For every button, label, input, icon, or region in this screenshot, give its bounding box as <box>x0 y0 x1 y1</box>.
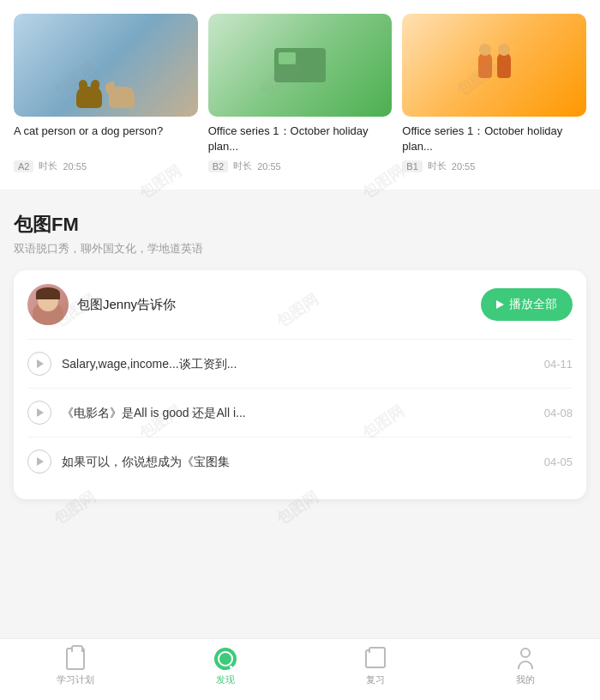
nav-item-review[interactable]: 复习 <box>300 648 450 691</box>
fm-section-title: 包图FM <box>14 212 586 238</box>
card-duration-cat: 20:55 <box>63 161 87 172</box>
card-duration-label-office2: 时长 <box>428 160 447 172</box>
card-level-office2: B1 <box>402 160 422 172</box>
cat-icon <box>76 87 102 108</box>
avatar-hair <box>36 287 60 299</box>
card-title-office2: Office series 1：October holiday plan... <box>402 124 586 154</box>
discover-icon <box>214 648 237 670</box>
office-people-icon <box>478 52 511 78</box>
host-name: 包图Jenny告诉你 <box>77 297 176 313</box>
avatar <box>27 284 69 325</box>
episode-play-icon-2[interactable] <box>27 450 51 474</box>
card-duration-label-office1: 时长 <box>233 160 252 172</box>
cards-row: A cat person or a dog person? A2 时长 20:5… <box>14 14 586 172</box>
card-duration-office1: 20:55 <box>257 161 281 172</box>
card-image-office1 <box>208 14 393 117</box>
nav-label-me: 我的 <box>516 673 535 686</box>
card-cat[interactable]: A cat person or a dog person? A2 时长 20:5… <box>14 14 198 172</box>
card-title-office1: Office series 1：October holiday plan... <box>208 124 393 154</box>
me-icon-body <box>518 661 533 669</box>
card-image-office2 <box>402 14 586 117</box>
episode-title-0: Salary,wage,income...谈工资到... <box>62 356 534 371</box>
nav-label-review: 复习 <box>366 673 385 686</box>
fm-section-subtitle: 双语脱口秀，聊外国文化，学地道英语 <box>14 241 586 256</box>
play-all-label: 播放全部 <box>509 297 557 312</box>
nav-label-discover: 发现 <box>216 673 235 686</box>
cards-section: A cat person or a dog person? A2 时长 20:5… <box>0 0 600 190</box>
fm-section-header: 包图FM 双语脱口秀，聊外国文化，学地道英语 <box>0 198 600 270</box>
card-office1[interactable]: Office series 1：October holiday plan... … <box>208 14 393 172</box>
episode-list: Salary,wage,income...谈工资到... 04-11 《电影名》… <box>27 339 573 486</box>
episode-date-0: 04-11 <box>544 358 573 371</box>
podcast-host: 包图Jenny告诉你 <box>27 284 176 325</box>
card-duration-label-cat: 时长 <box>39 160 57 172</box>
office-desk-icon <box>274 48 326 82</box>
episode-item[interactable]: 《电影名》是All is good 还是All i... 04-08 <box>27 388 573 437</box>
card-level-cat: A2 <box>14 160 33 172</box>
card-meta-office2: B1 时长 20:55 <box>402 160 586 172</box>
episode-date-2: 04-05 <box>544 456 573 468</box>
play-triangle-icon <box>496 300 504 309</box>
card-duration-office2: 20:55 <box>452 161 476 172</box>
me-icon-head <box>520 648 531 658</box>
bottom-nav: 学习计划 发现 复习 我的 <box>0 638 600 700</box>
podcast-header: 包图Jenny告诉你 播放全部 <box>27 284 573 325</box>
nav-label-plan: 学习计划 <box>57 673 94 686</box>
card-office2[interactable]: Office series 1：October holiday plan... … <box>402 14 586 172</box>
card-image-cat <box>14 14 198 117</box>
review-icon <box>365 649 386 668</box>
episode-play-icon-0[interactable] <box>27 352 51 376</box>
card-title-cat: A cat person or a dog person? <box>14 124 198 154</box>
play-icon-triangle <box>37 408 44 417</box>
card-level-office1: B2 <box>208 160 228 172</box>
play-all-button[interactable]: 播放全部 <box>481 288 573 321</box>
episode-title-2: 如果可以，你说想成为《宝图集 <box>62 454 534 469</box>
episode-item[interactable]: 如果可以，你说想成为《宝图集 04-05 <box>27 437 573 486</box>
episode-play-icon-1[interactable] <box>27 401 51 425</box>
dog-icon <box>109 87 135 108</box>
episode-item[interactable]: Salary,wage,income...谈工资到... 04-11 <box>27 339 573 388</box>
nav-item-me[interactable]: 我的 <box>450 648 600 691</box>
episode-date-1: 04-08 <box>544 407 573 419</box>
card-meta-cat: A2 时长 20:55 <box>14 160 198 172</box>
play-icon-triangle <box>37 457 44 466</box>
me-icon <box>516 648 535 670</box>
play-icon-triangle <box>37 359 44 368</box>
nav-item-discover[interactable]: 发现 <box>150 648 300 691</box>
card-meta-office1: B2 时长 20:55 <box>208 160 393 172</box>
plan-icon <box>66 648 85 670</box>
nav-item-plan[interactable]: 学习计划 <box>0 648 150 691</box>
podcast-card: 包图Jenny告诉你 播放全部 Salary,wage,income...谈工资… <box>14 270 586 499</box>
episode-title-1: 《电影名》是All is good 还是All i... <box>62 405 534 420</box>
